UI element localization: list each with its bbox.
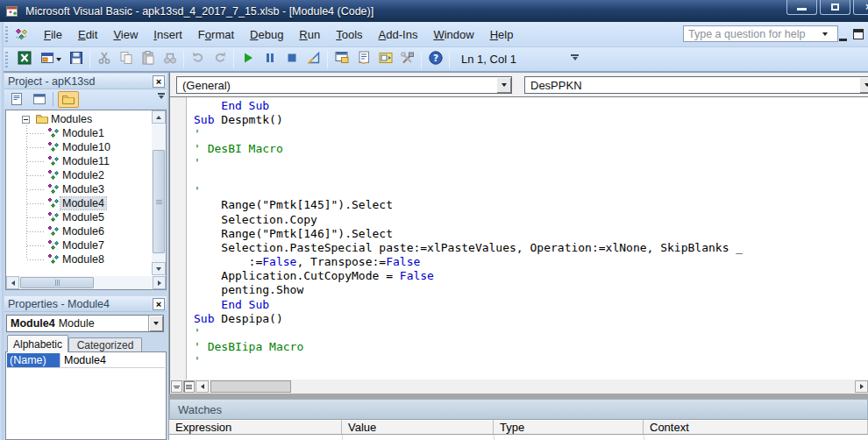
code-line[interactable] <box>194 170 743 184</box>
code-margin-bar[interactable] <box>170 97 187 380</box>
code-line[interactable]: End Sub <box>194 99 743 113</box>
mdi-minimize-button[interactable] <box>838 32 849 41</box>
menu-item-tools[interactable]: Tools <box>328 25 370 45</box>
code-line[interactable]: End Sub <box>194 298 743 312</box>
code-line[interactable]: Selection.Copy <box>194 213 743 227</box>
code-line[interactable]: ' <box>194 354 743 368</box>
toolbar-button-properties-window[interactable] <box>352 50 374 69</box>
code-line[interactable]: ' <box>194 156 743 170</box>
toolbar-button-break[interactable] <box>259 50 281 69</box>
watches-panel-title[interactable]: Watches <box>169 399 868 419</box>
tab-alphabetic[interactable]: Alphabetic <box>7 335 68 352</box>
tree-item-label[interactable]: Module6 <box>60 225 106 238</box>
menu-item-file[interactable]: File <box>36 25 70 45</box>
code-hscroll-thumb[interactable] <box>210 380 291 393</box>
toolbar-button-view-microsoft-excel[interactable] <box>13 50 35 69</box>
toolbar-button-object-browser[interactable] <box>374 50 396 69</box>
tree-item-label[interactable]: Modules <box>49 113 94 125</box>
watches-column-value[interactable]: Value <box>342 420 494 434</box>
property-row[interactable]: (Name) Module4 <box>7 353 165 368</box>
tree-item-label[interactable]: Module1 <box>60 127 106 139</box>
menu-item-addins[interactable]: Add-Ins <box>371 25 426 45</box>
project-tree[interactable]: ModulesModule1Module10Module11Module2Mod… <box>5 110 167 290</box>
code-line[interactable]: ' <box>194 127 743 141</box>
tree-item-label[interactable]: Module2 <box>60 169 106 181</box>
menubar-grip[interactable] <box>5 26 8 42</box>
window-minimize-button[interactable] <box>786 0 817 15</box>
toolbar-options-icon[interactable] <box>570 54 580 60</box>
watches-column-context[interactable]: Context <box>644 420 868 434</box>
tree-item-label[interactable]: Module8 <box>60 253 106 266</box>
menu-item-help[interactable]: Help <box>482 25 522 45</box>
toolbar-button-help[interactable]: ? <box>424 50 446 69</box>
help-search-dropdown-icon[interactable] <box>822 32 828 36</box>
menu-item-debug[interactable]: Debug <box>242 25 291 45</box>
watches-column-expression[interactable]: Expression <box>169 420 342 434</box>
tree-hscroll-left-button[interactable] <box>6 276 19 289</box>
full-module-view-button[interactable] <box>183 380 195 393</box>
toolbar-button-cut[interactable] <box>93 50 115 69</box>
procedure-dropdown[interactable]: DesPPKN <box>524 76 868 94</box>
watches-column-type[interactable]: Type <box>494 420 644 434</box>
tree-item-label[interactable]: Module7 <box>60 239 106 252</box>
code-editor[interactable]: End SubSub Despmtk()'' DesBI Macro' ' Ra… <box>170 97 868 380</box>
tree-item-module8[interactable]: Module8 <box>46 252 106 266</box>
toolbar-button-toolbox[interactable] <box>396 50 418 69</box>
code-line[interactable]: Sub Despmtk() <box>194 113 743 127</box>
menu-item-insert[interactable]: Insert <box>146 25 190 45</box>
tree-vscroll-thumb[interactable] <box>153 150 165 253</box>
view-code-button[interactable] <box>6 91 27 108</box>
toolbar-button-run[interactable] <box>237 50 259 69</box>
tab-categorized[interactable]: Categorized <box>68 337 142 352</box>
window-close-button[interactable]: × <box>853 0 868 15</box>
project-toolbar-options-icon[interactable] <box>158 93 165 99</box>
toolbar-button-reset[interactable] <box>281 50 302 69</box>
watches-body[interactable] <box>169 435 868 440</box>
toolbar-button-copy[interactable] <box>115 50 137 69</box>
toolbar-button-find[interactable] <box>159 50 181 69</box>
object-dropdown[interactable]: (General) <box>176 76 512 94</box>
procedure-view-button[interactable] <box>171 380 182 393</box>
tree-item-label[interactable]: Module4 <box>60 197 106 209</box>
code-hscroll-left-button[interactable] <box>196 380 209 393</box>
help-search-box[interactable] <box>683 25 838 42</box>
procedure-dropdown-arrow-icon[interactable] <box>859 77 868 93</box>
toolbar-button-project-explorer[interactable] <box>331 50 352 69</box>
toolbar-button-paste[interactable] <box>137 50 159 69</box>
code-line[interactable]: Range("Pmtk[145]").Select <box>194 198 743 212</box>
toolbar-button-save[interactable] <box>65 50 87 69</box>
window-maximize-button[interactable] <box>820 0 850 15</box>
code-line[interactable]: ' <box>194 326 743 340</box>
code-line[interactable]: ' <box>194 184 743 198</box>
code-hscrollbar[interactable] <box>196 380 868 393</box>
view-object-button[interactable] <box>29 91 50 108</box>
help-search-input[interactable] <box>684 27 822 41</box>
toggle-folders-button[interactable] <box>58 91 79 108</box>
tree-vscroll-down-button[interactable] <box>152 262 166 275</box>
properties-dropdown-arrow-icon[interactable] <box>148 316 163 331</box>
properties-object-dropdown[interactable]: Module4 Module <box>6 315 164 332</box>
menu-item-edit[interactable]: Edit <box>70 25 105 45</box>
code-line[interactable]: :=False, Transpose:=False <box>194 255 743 269</box>
tree-hscroll-right-button[interactable] <box>153 276 166 289</box>
project-panel-close-button[interactable]: × <box>153 75 165 88</box>
toolbar-button-redo[interactable] <box>209 50 231 69</box>
tree-hscroll-thumb[interactable] <box>20 277 94 288</box>
mdi-restore-button[interactable] <box>853 29 864 39</box>
toolbar-button-design-mode[interactable] <box>302 50 324 69</box>
toolbar-button-undo[interactable] <box>187 50 209 69</box>
object-dropdown-arrow-icon[interactable] <box>496 77 511 93</box>
property-value-cell[interactable]: Module4 <box>60 353 165 367</box>
code-line[interactable]: ' DesBIipa Macro <box>194 340 743 354</box>
title-bar[interactable]: Microsoft Visual Basic - apk13sd_4_2017_… <box>0 0 868 22</box>
code-line[interactable]: Application.CutCopyMode = False <box>194 269 743 283</box>
code-hscroll-right-button[interactable] <box>855 380 868 393</box>
code-line[interactable]: ' DesBI Macro <box>194 142 743 156</box>
code-line[interactable]: Range("Pmtk[146]").Select <box>194 227 743 241</box>
tree-item-label[interactable]: Module11 <box>60 155 111 167</box>
properties-panel-title[interactable]: Properties - Module4 × <box>4 296 167 312</box>
menu-item-format[interactable]: Format <box>190 25 242 45</box>
code-text[interactable]: End SubSub Despmtk()'' DesBI Macro' ' Ra… <box>194 99 743 369</box>
menu-item-view[interactable]: View <box>105 25 146 45</box>
tree-item-label[interactable]: Module3 <box>60 183 106 195</box>
